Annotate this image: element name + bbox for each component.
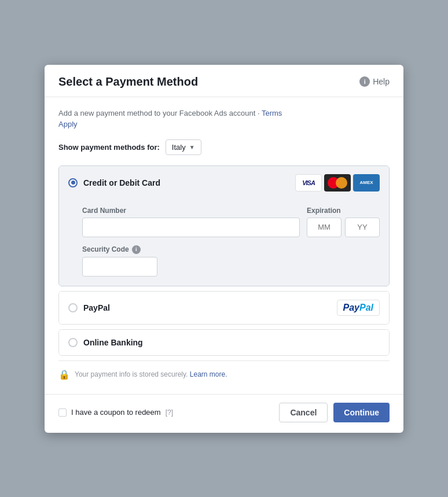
online-banking-radio[interactable] [68, 338, 78, 347]
help-icon: i [359, 76, 370, 87]
coupon-label: I have a coupon to redeem [71, 408, 161, 417]
chevron-down-icon: ▼ [189, 144, 195, 150]
amex-icon: AMEX [353, 174, 380, 192]
expiry-inputs [307, 218, 380, 237]
lock-icon: 🔒 [58, 369, 70, 380]
help-label: Help [373, 77, 390, 86]
coupon-row: I have a coupon to redeem [?] [58, 408, 173, 417]
card-form: Card Number Expiration Security Code [59, 200, 389, 286]
card-number-group: Card Number [82, 207, 300, 237]
paypal-header[interactable]: PayPal PayPal [59, 292, 389, 324]
coupon-help[interactable]: [?] [166, 408, 173, 417]
secure-text: Your payment info is stored securely. Le… [75, 370, 227, 378]
modal-title: Select a Payment Method [58, 75, 198, 89]
payment-option-credit-debit: Credit or Debit Card VISA AMEX Card Numb… [58, 165, 390, 286]
paypal-logo: PayPal [337, 300, 380, 316]
security-code-label: Security Code [82, 245, 129, 253]
country-selector-label: Show payment methods for: [58, 143, 160, 152]
credit-debit-label: Credit or Debit Card [83, 178, 289, 187]
help-button[interactable]: i Help [359, 76, 390, 87]
credit-debit-radio[interactable] [68, 178, 78, 187]
expiration-group: Expiration [307, 207, 380, 237]
learn-more-link[interactable]: Learn more. [190, 370, 227, 378]
country-row: Show payment methods for: Italy ▼ [58, 139, 390, 155]
paypal-label: PayPal [83, 303, 331, 312]
coupon-checkbox[interactable] [58, 408, 67, 417]
visa-icon: VISA [295, 174, 322, 192]
payment-modal: Select a Payment Method i Help Add a new… [45, 65, 403, 433]
description: Add a new payment method to your Faceboo… [58, 108, 390, 130]
description-text: Add a new payment method to your Faceboo… [58, 109, 262, 117]
paypal-radio[interactable] [68, 303, 78, 312]
terms-link[interactable]: Terms [262, 109, 282, 117]
security-info-icon[interactable]: i [132, 245, 141, 254]
modal-body: Add a new payment method to your Faceboo… [45, 97, 403, 394]
security-code-group: Security Code i [82, 245, 380, 277]
online-banking-label: Online Banking [83, 338, 380, 347]
mastercard-icon [324, 174, 351, 192]
country-value: Italy [172, 143, 186, 152]
payment-option-paypal: PayPal PayPal [58, 291, 390, 325]
country-select-dropdown[interactable]: Italy ▼ [166, 139, 201, 155]
expiration-label: Expiration [307, 207, 380, 215]
card-number-input[interactable] [82, 218, 300, 237]
online-banking-header[interactable]: Online Banking [59, 330, 389, 355]
modal-header: Select a Payment Method i Help [45, 65, 403, 97]
credit-debit-header[interactable]: Credit or Debit Card VISA AMEX [59, 166, 389, 200]
card-number-label: Card Number [82, 207, 300, 215]
apply-link[interactable]: Apply [58, 120, 78, 128]
continue-button[interactable]: Continue [333, 403, 390, 422]
payment-option-online-banking: Online Banking [58, 329, 390, 356]
footer-buttons: Cancel Continue [279, 403, 390, 422]
modal-footer: I have a coupon to redeem [?] Cancel Con… [45, 394, 403, 433]
card-icons: VISA AMEX [295, 174, 380, 192]
card-number-row: Card Number Expiration [82, 207, 380, 237]
cancel-button[interactable]: Cancel [279, 403, 328, 422]
expiry-year-input[interactable] [345, 218, 380, 237]
secure-notice: 🔒 Your payment info is stored securely. … [58, 360, 390, 384]
security-label-row: Security Code i [82, 245, 380, 254]
expiry-month-input[interactable] [307, 218, 341, 237]
paypal-logo-text: PayPal [343, 303, 373, 312]
security-code-input[interactable] [82, 257, 157, 277]
